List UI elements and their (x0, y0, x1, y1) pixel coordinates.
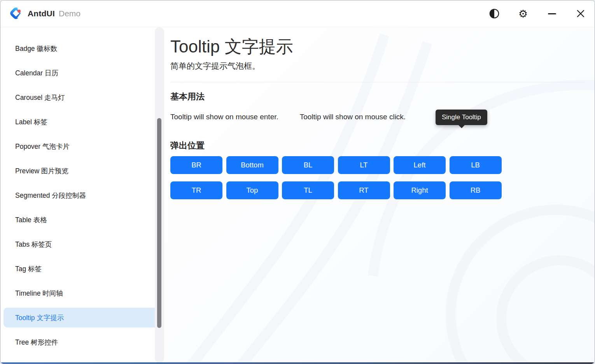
sidebar-item-label: Popover 气泡卡片 (15, 142, 70, 151)
theme-toggle-button[interactable] (486, 5, 503, 22)
settings-button[interactable]: ⚙ (514, 5, 532, 22)
sidebar-item-label: Badge 徽标数 (15, 44, 57, 53)
tooltip-popup-text: Single Tooltip (442, 113, 481, 121)
basic-demo-texts: Tooltip will show on mouse enter. Toolti… (170, 112, 585, 122)
placement-button-tl[interactable]: TL (282, 181, 334, 199)
sidebar-item-tag[interactable]: Tag 标签 (4, 259, 164, 279)
sidebar-item-timeline[interactable]: Timeline 时间轴 (4, 283, 164, 303)
app-brand: AntdUI (28, 9, 55, 18)
sidebar-item-popover[interactable]: Popover 气泡卡片 (4, 136, 164, 156)
tooltip-popup: Single Tooltip (436, 110, 487, 125)
sidebar-item-calendar[interactable]: Calendar 日历 (4, 63, 164, 83)
placement-button-rb[interactable]: RB (450, 181, 502, 199)
minimize-icon (548, 13, 556, 14)
sidebar-item-label: Label 标签 (15, 117, 47, 127)
placement-button-row: BRBottomBLLTLeftLB (170, 156, 585, 174)
sidebar-scrollbar-track[interactable] (155, 27, 164, 363)
sidebar-item-label: Segmented 分段控制器 (15, 191, 86, 200)
tooltip-arrow (458, 125, 465, 128)
sidebar-item-preview[interactable]: Preview 图片预览 (4, 161, 164, 181)
sidebar-item-label: Tabs 标签页 (15, 240, 52, 249)
section-heading-basic: 基本用法 (170, 91, 585, 103)
placement-button-row: TRTopTLRTRightRB (170, 181, 585, 199)
placement-button-lb[interactable]: LB (450, 156, 502, 174)
main-content: Tooltip 文字提示 简单的文字提示气泡框。 基本用法 Tooltip wi… (168, 27, 595, 363)
sidebar-item-tabs[interactable]: Tabs 标签页 (4, 234, 164, 254)
theme-contrast-icon (489, 8, 500, 19)
sidebar-item-label: Timeline 时间轴 (15, 289, 63, 298)
sidebar-item-label: Tag 标签 (15, 264, 42, 273)
placement-button-bl[interactable]: BL (282, 156, 334, 174)
sidebar-item-label[interactable]: Label 标签 (4, 112, 164, 132)
app-brand-suffix: Demo (59, 9, 80, 18)
sidebar-item-label: Preview 图片预览 (15, 166, 68, 176)
placement-button-right[interactable]: Right (394, 181, 446, 199)
placement-button-top[interactable]: Top (226, 181, 278, 199)
placement-button-br[interactable]: BR (170, 156, 222, 174)
placement-button-rt[interactable]: RT (338, 181, 390, 199)
header-divider (170, 82, 585, 82)
titlebar: AntdUI Demo ⚙ (0, 0, 595, 27)
app-body: Badge 徽标数 Calendar 日历 Carousel 走马灯 Label… (0, 27, 595, 363)
sidebar-item-table[interactable]: Table 表格 (4, 210, 164, 230)
close-icon (576, 9, 585, 18)
sidebar-item-label: Carousel 走马灯 (15, 93, 65, 102)
sidebar-scrollbar-thumb[interactable] (157, 118, 161, 328)
sidebar-item-label: Tooltip 文字提示 (15, 313, 64, 322)
minimize-button[interactable] (543, 5, 560, 22)
app-window: AntdUI Demo ⚙ Badge 徽标数 Calendar 日历 (0, 0, 595, 364)
sidebar-item-segmented[interactable]: Segmented 分段控制器 (4, 185, 164, 205)
sidebar-item-badge[interactable]: Badge 徽标数 (4, 38, 164, 58)
tooltip-click-target[interactable]: Tooltip will show on mouse click. (300, 113, 406, 121)
sidebar-item-label: Calendar 日历 (15, 68, 58, 78)
section-heading-placement: 弹出位置 (170, 140, 585, 152)
tooltip-hover-target[interactable]: Tooltip will show on mouse enter. (170, 113, 278, 121)
close-button[interactable] (572, 5, 589, 22)
placement-button-tr[interactable]: TR (170, 181, 222, 199)
sidebar-item-tooltip[interactable]: Tooltip 文字提示 (4, 308, 164, 327)
sidebar-item-tree[interactable]: Tree 树形控件 (4, 332, 164, 352)
page-subtitle: 简单的文字提示气泡框。 (170, 60, 585, 72)
sidebar-item-label: Table 表格 (15, 215, 47, 225)
placement-button-left[interactable]: Left (394, 156, 446, 174)
page-title: Tooltip 文字提示 (170, 35, 585, 58)
placement-button-lt[interactable]: LT (338, 156, 390, 174)
sidebar: Badge 徽标数 Calendar 日历 Carousel 走马灯 Label… (0, 27, 168, 363)
sidebar-item-carousel[interactable]: Carousel 走马灯 (4, 87, 164, 107)
placement-button-bottom[interactable]: Bottom (226, 156, 278, 174)
sidebar-list: Badge 徽标数 Calendar 日历 Carousel 走马灯 Label… (0, 38, 168, 352)
antdui-logo-icon (10, 7, 23, 20)
sidebar-item-label: Tree 树形控件 (15, 338, 58, 347)
window-bottom-accent (0, 362, 595, 364)
gear-icon: ⚙ (518, 9, 528, 19)
placement-buttons: BRBottomBLLTLeftLBTRTopTLRTRightRB (170, 156, 585, 199)
